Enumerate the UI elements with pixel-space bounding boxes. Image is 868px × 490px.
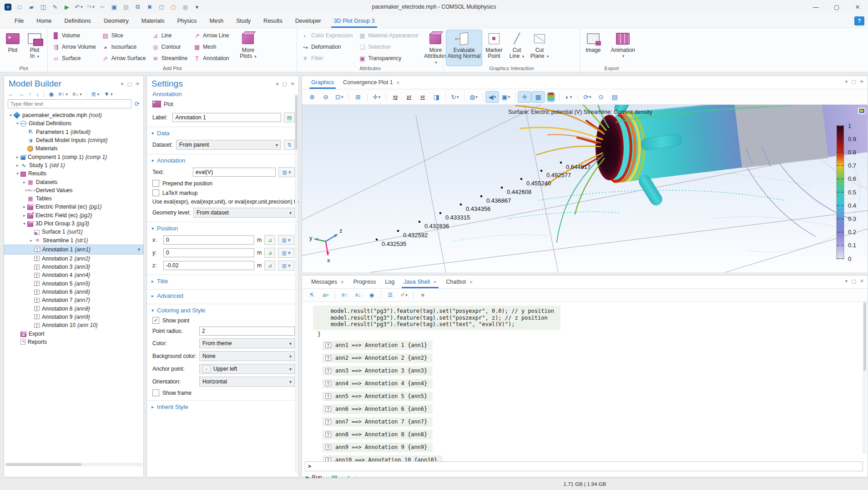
anchor-point-select[interactable]: ▪Upper left: [199, 364, 295, 374]
tree-item-pacemaker-electrode-mph[interactable]: ▾pacemaker_electrode.mph(root): [4, 111, 143, 119]
shell-tab-chatbot[interactable]: Chatbot✕: [441, 277, 477, 288]
expression-menu-icon[interactable]: ▥ ▾: [278, 248, 294, 258]
zoom-box-icon[interactable]: ⊡▾: [333, 92, 346, 102]
run-icon[interactable]: ▶: [62, 2, 72, 12]
pin-panel-icon[interactable]: ✛: [136, 81, 140, 87]
shell-output-area[interactable]: model.result("pg3").feature(tag).set("po…: [302, 302, 868, 461]
open-icon[interactable]: ▰: [26, 2, 36, 12]
deselect-icon[interactable]: ◻: [168, 2, 178, 12]
geometry-level-select[interactable]: From dataset: [193, 208, 295, 218]
undo-icon[interactable]: ↶▾: [74, 2, 84, 12]
tree-item-tables[interactable]: ▦Tables: [4, 194, 143, 203]
close-panel-icon[interactable]: ✕: [860, 278, 864, 284]
position-x-input[interactable]: [163, 235, 254, 245]
new-file-icon[interactable]: □: [15, 2, 25, 12]
expand-arrow-icon[interactable]: ▸: [21, 204, 27, 209]
position-z-input[interactable]: [163, 261, 254, 270]
update-plot-icon[interactable]: ⟳▾: [581, 92, 594, 102]
app-logo-icon[interactable]: [3, 2, 13, 12]
expand-arrow-icon[interactable]: ▸: [15, 163, 20, 168]
snapshot-icon[interactable]: ⊙: [595, 92, 607, 102]
settings-scrollbar[interactable]: [295, 94, 298, 473]
cut-icon[interactable]: ✂: [97, 2, 107, 12]
indent-up-icon[interactable]: ≡↑: [338, 290, 351, 301]
annotation-label-input[interactable]: [172, 113, 281, 122]
show-icon[interactable]: ◉: [49, 91, 54, 97]
section-coloring-style[interactable]: ▾Coloring and Style: [147, 304, 298, 316]
close-tab-icon[interactable]: ✕: [396, 80, 400, 85]
zoom-out-icon[interactable]: ⊖: [319, 92, 332, 102]
annotation-text-input[interactable]: [193, 168, 276, 177]
find-icon[interactable]: ◎: [180, 2, 190, 12]
range-icon[interactable]: ⊿: [264, 260, 275, 271]
close-tab-icon[interactable]: ✕: [469, 280, 473, 285]
tree-item-annotation-3[interactable]: TAnnotation 3{ann3}: [4, 263, 143, 271]
show-axes-icon[interactable]: ✛: [518, 92, 531, 102]
orientation-select[interactable]: Horizontal: [199, 377, 295, 387]
expand-arrow-icon[interactable]: ▸: [28, 238, 34, 243]
refresh-icon[interactable]: ⟳: [134, 100, 140, 107]
orientation-icon[interactable]: ✛▾: [370, 92, 383, 102]
attr-deformation-button[interactable]: ↝Deformation: [300, 41, 356, 52]
add-arrow-surface-button[interactable]: ⬀Arrow Surface: [100, 53, 149, 64]
tree-item-annotation-7[interactable]: TAnnotation 7{ann7}: [4, 296, 143, 304]
section-inherit-style[interactable]: ▸Inherit Style: [147, 400, 298, 412]
attr-transparency-button[interactable]: ▣Transparency: [357, 53, 421, 64]
expression-menu-icon[interactable]: ▥ ▾: [278, 167, 295, 177]
collapse-arrow-icon[interactable]: ▾: [15, 121, 20, 126]
shell-tab-progress[interactable]: Progress: [348, 277, 380, 288]
section-annotation[interactable]: ▾Annotation: [147, 154, 298, 166]
color-theme-icon[interactable]: ◐▾: [562, 92, 575, 102]
graphics-tab-convergence-plot-1[interactable]: Convergence Plot 1✕: [338, 77, 404, 89]
collapse-arrow-icon[interactable]: ▾: [21, 221, 27, 226]
section-data[interactable]: ▾Data: [147, 127, 298, 138]
tab-results[interactable]: Results: [257, 15, 289, 28]
pin-panel-icon[interactable]: ✛: [860, 79, 864, 85]
dataset-select[interactable]: From parent: [176, 140, 281, 150]
panel-menu-icon[interactable]: ▾: [845, 79, 848, 85]
move-down-icon[interactable]: ↓: [36, 91, 40, 97]
section-advanced[interactable]: ▸Advanced: [147, 289, 298, 301]
tab-home[interactable]: Home: [30, 15, 58, 28]
maximize-button[interactable]: ▢: [826, 0, 847, 14]
expression-menu-icon[interactable]: ▥ ▾: [278, 260, 294, 271]
shell-tab-java-shell[interactable]: Java Shell✕: [399, 277, 441, 288]
tree-item-parameters-1[interactable]: PᵢParameters 1{default}: [4, 128, 143, 136]
expand-arrow-icon[interactable]: ▸: [21, 213, 27, 218]
tab-materials[interactable]: Materials: [135, 15, 171, 28]
add-arrow-line-button[interactable]: ↗Arrow Line: [192, 30, 232, 41]
tree-item-export[interactable]: Export: [4, 329, 143, 337]
tree-item-3d-plot-group-3[interactable]: ▾3D Plot Group 3{pg3}: [4, 219, 143, 228]
tree-item-component-1-comp-1-[interactable]: ▸Component 1 (comp 1){comp 1}: [4, 153, 143, 161]
add-annotation-button[interactable]: TAnnotation: [192, 53, 232, 64]
tab-3d-plot-group-3[interactable]: 3D Plot Group 3: [328, 15, 381, 28]
float-panel-icon[interactable]: ▢: [851, 79, 856, 85]
add-arrow-volume-button[interactable]: ⇶Arrow Volume: [50, 41, 99, 52]
rotate-icon[interactable]: ↻▾: [449, 92, 461, 102]
indent-down-icon[interactable]: ≡↓: [352, 290, 364, 301]
save-icon[interactable]: ◫: [38, 2, 48, 12]
filter-icon[interactable]: ▼▾: [104, 91, 112, 97]
latex-markup-checkbox[interactable]: [152, 189, 159, 196]
edit-dataset-icon[interactable]: ⇅: [284, 140, 295, 150]
collapse-down-icon[interactable]: ≡↓▾: [72, 91, 82, 97]
tree-item-annotation-5[interactable]: TAnnotation 5{ann5}: [4, 280, 143, 288]
assignments-icon[interactable]: a=: [319, 290, 332, 301]
pin-panel-icon[interactable]: ✛: [291, 81, 295, 87]
tree-item-default-model-inputs[interactable]: ⬗Default Model Inputs{cminpt}: [4, 136, 143, 144]
tree-item-annotation-4[interactable]: TAnnotation 4{ann4}: [4, 271, 143, 279]
show-frame-checkbox[interactable]: [152, 389, 159, 396]
collapse-up-icon[interactable]: ≡↑▾: [58, 91, 68, 97]
tab-developer[interactable]: Developer: [289, 15, 328, 28]
tree-item-annotation-2[interactable]: TAnnotation 2{ann2}: [4, 255, 143, 263]
view-camera-icon[interactable]: ◨: [430, 92, 443, 102]
close-tab-icon[interactable]: ✕: [340, 280, 344, 285]
redo-icon[interactable]: ↷▾: [86, 2, 96, 12]
color-select[interactable]: From theme: [199, 338, 295, 348]
settings-plot-button[interactable]: Plot: [147, 99, 298, 111]
tree-item-reports[interactable]: Reports: [4, 338, 143, 346]
tab-file[interactable]: File: [8, 15, 30, 28]
add-slice-button[interactable]: ▤Slice: [100, 30, 149, 41]
tree-item-results[interactable]: ▾Results: [4, 169, 143, 178]
show-point-checkbox[interactable]: ✓: [152, 317, 159, 324]
